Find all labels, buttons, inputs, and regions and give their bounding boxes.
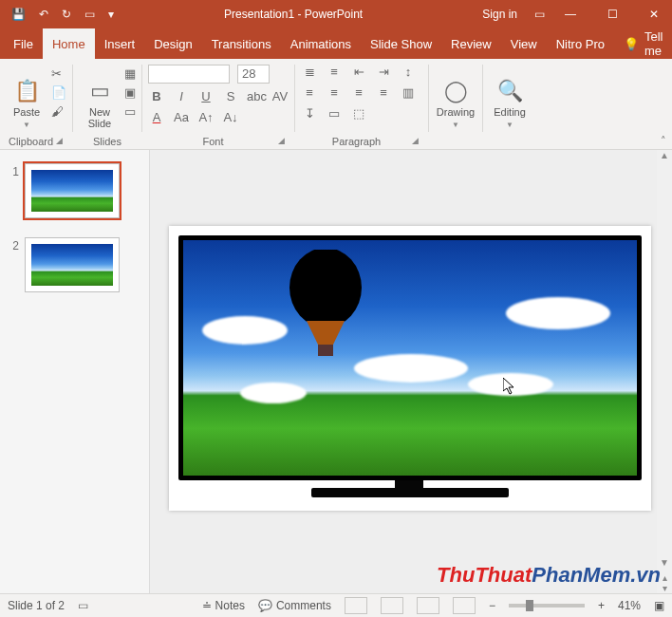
text-direction-button[interactable]: ↧ — [301, 106, 318, 122]
drawing-button[interactable]: ◯ Drawing ▼ — [435, 63, 476, 129]
maximize-button[interactable]: ☐ — [594, 8, 630, 21]
tab-transitions[interactable]: Transitions — [202, 28, 281, 59]
clipboard-icon: 📋 — [14, 79, 40, 103]
grow-font-button[interactable]: A↑ — [197, 110, 215, 125]
tellme-search[interactable]: 💡 Tell me — [614, 28, 672, 59]
minimize-button[interactable]: — — [552, 8, 588, 21]
clipboard-dialog-launcher[interactable]: ◢ — [56, 136, 66, 145]
font-family-input[interactable] — [148, 65, 230, 84]
comments-icon: 💬 — [258, 599, 272, 612]
editing-label: Editing — [494, 106, 526, 118]
format-painter-icon[interactable]: 🖌 — [51, 104, 66, 120]
new-slide-label: New Slide — [88, 106, 111, 129]
spellcheck-icon[interactable]: ▭ — [78, 599, 88, 612]
slide-canvas[interactable] — [169, 226, 651, 511]
zoom-level[interactable]: 41% — [618, 599, 641, 612]
new-slide-button[interactable]: ▭ New Slide — [79, 63, 121, 129]
start-from-beginning-icon[interactable]: ▭ — [84, 8, 95, 21]
window-title: Presentation1 - PowerPoint — [114, 8, 473, 21]
smartart-button[interactable]: ⬚ — [350, 106, 367, 122]
font-size-input[interactable]: 28 — [237, 65, 270, 84]
bold-button[interactable]: B — [148, 89, 165, 104]
cut-icon[interactable]: ✂ — [51, 66, 66, 82]
vertical-scrollbar[interactable]: ▲ ▼ ▴ ▾ — [657, 150, 672, 593]
slide-count: Slide 1 of 2 — [8, 599, 65, 612]
font-color-button[interactable]: A — [148, 110, 165, 125]
editing-button[interactable]: 🔍 Editing ▼ — [489, 63, 531, 129]
strikethrough-button[interactable]: abc — [247, 89, 264, 104]
tab-home[interactable]: Home — [43, 28, 95, 59]
tab-file[interactable]: File — [4, 28, 43, 59]
numbering-button[interactable]: ≡ — [326, 65, 343, 80]
zoom-slider[interactable] — [509, 604, 585, 608]
align-center-button[interactable]: ≡ — [326, 85, 343, 101]
font-dialog-launcher[interactable]: ◢ — [278, 136, 289, 145]
tv-image[interactable] — [178, 235, 642, 480]
paste-button[interactable]: 📋 Paste ▼ — [6, 63, 47, 129]
reading-view-button[interactable] — [417, 597, 439, 614]
slide-thumbnail-panel: 1 2 — [0, 150, 150, 593]
scroll-up-icon[interactable]: ▲ — [657, 150, 672, 165]
align-text-button[interactable]: ▭ — [326, 106, 343, 122]
redo-icon[interactable]: ↻ — [62, 8, 71, 21]
tab-view[interactable]: View — [501, 28, 547, 59]
zoom-out-button[interactable]: − — [489, 599, 495, 612]
save-icon[interactable]: 💾 — [11, 8, 26, 21]
paragraph-dialog-launcher[interactable]: ◢ — [412, 136, 422, 145]
clipboard-group-label: Clipboard — [6, 134, 56, 147]
tab-design[interactable]: Design — [144, 28, 201, 59]
zoom-in-button[interactable]: + — [598, 599, 605, 612]
watermark: ThuThuatPhanMem.vn — [437, 563, 661, 588]
qat-more-icon[interactable]: ▾ — [108, 8, 114, 21]
slides-group-label: Slides — [79, 134, 136, 147]
tab-slideshow[interactable]: Slide Show — [361, 28, 441, 59]
shadow-button[interactable]: S — [222, 89, 239, 104]
close-button[interactable]: ✕ — [636, 8, 672, 21]
find-icon: 🔍 — [497, 79, 523, 103]
notes-icon: ≐ — [202, 599, 212, 612]
increase-indent-button[interactable]: ⇥ — [375, 65, 392, 80]
collapse-ribbon-button[interactable]: ˄ — [661, 135, 666, 147]
columns-button[interactable]: ▥ — [400, 85, 417, 101]
normal-view-button[interactable] — [345, 597, 367, 614]
next-slide-icon[interactable]: ▾ — [663, 583, 667, 593]
ribbon-display-options-icon[interactable]: ▭ — [527, 8, 552, 21]
tab-animations[interactable]: Animations — [281, 28, 361, 59]
align-right-button[interactable]: ≡ — [350, 85, 367, 101]
prev-slide-icon[interactable]: ▴ — [663, 572, 667, 583]
new-slide-icon: ▭ — [90, 79, 110, 103]
svg-point-0 — [289, 250, 362, 327]
align-left-button[interactable]: ≡ — [301, 85, 318, 101]
section-icon[interactable]: ▭ — [124, 104, 136, 120]
tab-review[interactable]: Review — [441, 28, 501, 59]
slide-thumb-2[interactable]: 2 — [0, 234, 149, 308]
signin-link[interactable]: Sign in — [473, 8, 527, 21]
notes-button[interactable]: ≐Notes — [202, 599, 245, 612]
shrink-font-button[interactable]: A↓ — [222, 110, 239, 125]
copy-icon[interactable]: 📄 — [51, 85, 66, 101]
paragraph-group-label: Paragraph — [301, 134, 412, 147]
bullets-button[interactable]: ≣ — [301, 65, 318, 80]
fit-to-window-button[interactable]: ▣ — [654, 599, 664, 612]
italic-button[interactable]: I — [173, 89, 190, 104]
editing-dropdown-icon[interactable]: ▼ — [506, 121, 513, 129]
undo-icon[interactable]: ↶ — [39, 8, 48, 21]
tab-nitro[interactable]: Nitro Pro — [547, 28, 614, 59]
underline-button[interactable]: U — [197, 89, 215, 104]
change-case-button[interactable]: Aa — [173, 110, 190, 125]
slideshow-view-button[interactable] — [453, 597, 476, 614]
drawing-label: Drawing — [437, 106, 475, 118]
balloon-icon — [278, 250, 373, 383]
line-spacing-button[interactable]: ↕ — [400, 65, 417, 80]
reset-icon[interactable]: ▣ — [124, 85, 136, 101]
slide-sorter-view-button[interactable] — [381, 597, 403, 614]
justify-button[interactable]: ≡ — [375, 85, 392, 101]
comments-button[interactable]: 💬Comments — [258, 599, 331, 612]
decrease-indent-button[interactable]: ⇤ — [350, 65, 367, 80]
slide-thumb-1[interactable]: 1 — [0, 159, 149, 234]
paste-dropdown-icon[interactable]: ▼ — [23, 121, 30, 129]
tab-insert[interactable]: Insert — [95, 28, 145, 59]
layout-icon[interactable]: ▦ — [124, 66, 136, 82]
character-spacing-button[interactable]: AV — [271, 89, 289, 104]
drawing-dropdown-icon[interactable]: ▼ — [452, 121, 459, 129]
